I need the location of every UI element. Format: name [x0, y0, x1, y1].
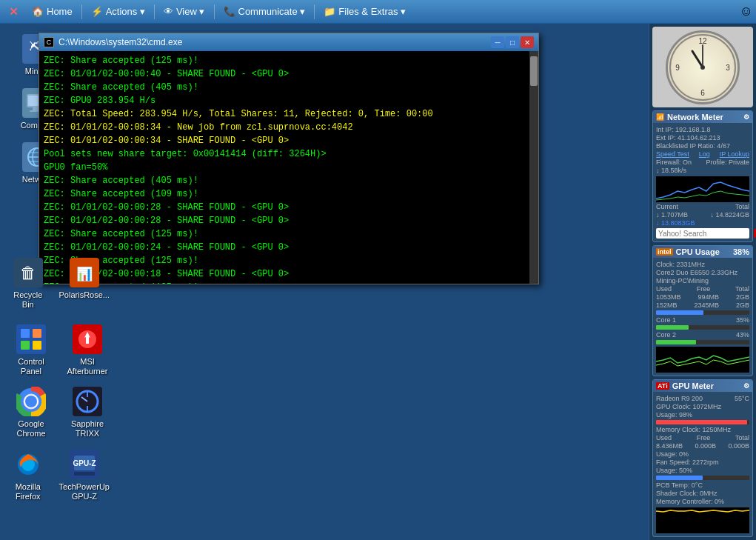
svg-rect-39 [74, 472, 95, 476]
view-icon: 👁 [164, 6, 173, 17]
control-panel-label: Control Panel [9, 357, 53, 376]
msi-label: MSI Afterburner [65, 357, 110, 376]
gpu-fan-progress-fill [656, 476, 703, 480]
network-firewall: Firewall: On Profile: Private [656, 159, 749, 166]
sapphire-trixx-icon [73, 387, 102, 416]
lightning-icon: ⚡ [91, 6, 103, 17]
cmd-line: ZEC: Share accepted (125 ms)! [44, 54, 534, 67]
polaris-label: PolarisRose... [59, 290, 110, 300]
gpu-mem-usage: Usage: 0% [656, 450, 749, 458]
folder-icon: 📁 [324, 6, 335, 17]
scrollbar-thumb [530, 56, 538, 86]
core2-progress-bg [656, 340, 749, 344]
svg-point-28 [25, 396, 37, 407]
files-button[interactable]: 📁 Files & Extras ▾ [316, 2, 413, 21]
recycle-bin-label: Recycle Bin [9, 290, 47, 310]
cpu-core2-labels: Core 2 43% [656, 331, 749, 339]
network-meter-title: 📶 Network Meter ⚙ [653, 111, 752, 123]
cmd-line: ZEC: 01/01/02-00:08:34 - New job from zc… [44, 121, 534, 134]
cmd-line: ZEC: GPU0 283.954 H/s [44, 94, 534, 107]
desktop-icon-recycle[interactable]: 🗑 Recycle Bin [6, 255, 50, 313]
svg-point-47 [700, 65, 705, 70]
svg-text:9: 9 [675, 64, 680, 72]
svg-text:📊: 📊 [76, 266, 93, 282]
maximize-button[interactable]: □ [506, 36, 519, 48]
cmd-line: Pool sets new share target: 0x00141414 (… [44, 147, 534, 161]
cmd-line: GPU0 fan=50% [44, 161, 534, 174]
desktop: ⛏ Mining Compu... [0, 24, 756, 540]
svg-text:12: 12 [698, 37, 707, 45]
minimize-button[interactable]: ─ [491, 36, 504, 48]
taskbar-top: ✕ 🏠 Home ⚡ Actions ▾ 👁 View ▾ 📞 Communic… [0, 0, 756, 24]
cmd-window: C C:\Windows\system32\cmd.exe ─ □ ✕ ZEC:… [39, 33, 539, 284]
gpu-shader-clock: Shader Clock: 0MHz [656, 490, 749, 497]
cpu-mem-labels: Used Free Total [656, 285, 749, 293]
cmd-line: ZEC: 01/01/02-00:00:28 - SHARE FOUND - <… [44, 214, 534, 227]
log-link[interactable]: Log [699, 150, 710, 158]
cpu-machine: Mining-PC\Mining [656, 277, 749, 284]
ip-lookup-link[interactable]: IP Lookup [720, 150, 749, 158]
cpu-usage-widget: intel CPU Usage 38% Clock: 2331MHz Core2… [652, 245, 753, 376]
gpu-graph [656, 507, 749, 533]
view-button[interactable]: 👁 View ▾ [156, 2, 213, 21]
network-stats: Current Total [656, 203, 749, 210]
gpu-meter-title: ATi GPU Meter ⚙ [653, 380, 752, 392]
network-ext-ip: Ext IP: 41.104.62.213 [656, 134, 749, 141]
gpuz-icon: GPU-Z [70, 450, 99, 479]
cmd-line: ZEC: Total Speed: 283.954 H/s, Total Sha… [44, 107, 534, 121]
home-button[interactable]: 🏠 Home [24, 2, 80, 21]
desktop-icon-polaris[interactable]: 📊 PolarisRose... [56, 255, 113, 313]
cmd-line: ZEC: Share accepted (405 ms)! [44, 174, 534, 187]
separator [81, 4, 82, 19]
network-blacklisted: Blacklisted IP Ratio: 4/67 [656, 142, 749, 150]
desktop-icon-control-panel[interactable]: Control Panel [6, 321, 56, 379]
gpu-mem-controller: Memory Controller: 0% [656, 498, 749, 505]
gpuz-label: TechPowerUp GPU-Z [59, 482, 110, 501]
network-dl-total: ↓ 13.8083GB [656, 219, 749, 227]
gpu-pcb-temp: PCB Temp: 0°C [656, 481, 749, 489]
separator [314, 4, 315, 19]
network-meter-widget: 📶 Network Meter ⚙ Int IP: 192.168.1.8 Ex… [652, 110, 753, 242]
msi-afterburner-icon [73, 324, 102, 354]
core2-progress-fill [656, 340, 696, 344]
cpu-ram-values: 1053MB 994MB 2GB [656, 293, 749, 301]
clock-widget: 12 3 6 9 [652, 27, 753, 107]
clock-face: 12 3 6 9 [666, 30, 740, 104]
cmd-line: ZEC: Share accepted (405 ms)! [44, 81, 534, 94]
recycle-bin-icon: 🗑 [13, 258, 43, 287]
cpu-page-values: 152MB 2345MB 2GB [656, 301, 749, 309]
svg-line-45 [692, 51, 703, 67]
svg-rect-21 [33, 341, 41, 350]
svg-rect-19 [33, 329, 41, 338]
actions-button[interactable]: ⚡ Actions ▾ [84, 2, 153, 21]
gpu-mem-clock: Memory Clock: 1250MHz [656, 426, 749, 433]
chrome-label: Google Chrome [9, 419, 53, 439]
communicate-button[interactable]: 📞 Communicate ▾ [216, 2, 313, 21]
apps-row-2: Google Chrome Sapphire TRIXX [6, 384, 113, 441]
desktop-icon-sapphire[interactable]: Sapphire TRIXX [62, 384, 113, 441]
desktop-icon-chrome[interactable]: Google Chrome [6, 384, 56, 441]
yahoo-search-input[interactable] [658, 230, 752, 238]
scrollbar[interactable] [529, 51, 538, 284]
taskbar-close-icon[interactable]: ✕ [3, 3, 24, 21]
desktop-icon-firefox[interactable]: Mozilla Firefox [6, 447, 50, 504]
svg-text:GPU-Z: GPU-Z [73, 459, 96, 467]
core1-progress-fill [656, 325, 689, 330]
cmd-window-buttons: ─ □ ✕ [491, 36, 534, 48]
svg-rect-18 [21, 329, 30, 338]
gpu-mem-labels: Used Free Total [656, 434, 749, 441]
yahoo-search-bar: 🔍 [656, 228, 749, 239]
cmd-title-left: C C:\Windows\system32\cmd.exe [44, 37, 182, 47]
desktop-icon-gpuz[interactable]: GPU-Z TechPowerUp GPU-Z [56, 447, 113, 504]
cpu-core-labels: Core 1 35% [656, 316, 749, 324]
home-icon: 🏠 [32, 6, 44, 17]
speed-test-link[interactable]: Speed Test [656, 150, 689, 158]
phone-icon: 📞 [224, 6, 235, 17]
cmd-line: ZEC: Share accepted (125 ms)! [44, 227, 534, 241]
gpu-fan-speed: Fan Speed: 2272rpm [656, 459, 749, 466]
close-button[interactable]: ✕ [521, 36, 534, 48]
cmd-icon: C [44, 37, 54, 47]
svg-text:6: 6 [700, 89, 705, 97]
desktop-icon-msi[interactable]: MSI Afterburner [62, 321, 113, 379]
cmd-line: ZEC: 01/01/02-00:00:34 - SHARE FOUND - <… [44, 134, 534, 147]
